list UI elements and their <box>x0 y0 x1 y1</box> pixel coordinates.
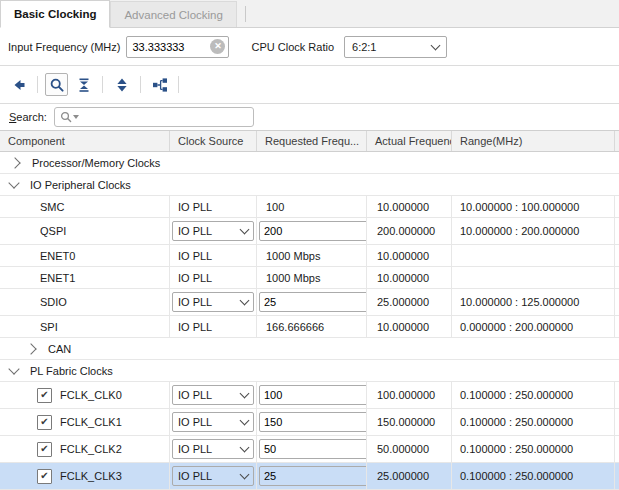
group-row-can[interactable]: CAN <box>0 338 619 360</box>
collapse-all-button[interactable] <box>72 73 95 96</box>
hierarchy-icon <box>152 77 168 93</box>
component-cell: ENET1 <box>0 267 170 288</box>
actual-frequency-cell: 200.000000 <box>367 218 452 244</box>
table-filler <box>615 409 619 435</box>
column-header-range[interactable]: Range(MHz) <box>452 131 615 151</box>
clock-source-select[interactable]: IO PLL <box>172 412 254 432</box>
enable-checkbox[interactable]: ✔ <box>37 442 52 457</box>
requested-frequency-cell: 1000 Mbps <box>257 245 367 266</box>
search-row: Search: <box>0 104 619 130</box>
component-name: FCLK_CLK1 <box>60 416 122 428</box>
clock-source-select[interactable]: IO PLL <box>172 466 254 486</box>
requested-frequency-field[interactable]: ✕ <box>259 385 367 405</box>
requested-frequency-field[interactable]: ✕ <box>259 439 367 459</box>
actual-frequency-cell: 25.000000 <box>367 289 452 315</box>
table-row-fclk-clk3[interactable]: ✔FCLK_CLK3IO PLL✕25.0000000.100000 : 250… <box>0 463 619 490</box>
table-row-qspi[interactable]: QSPIIO PLL✕200.00000010.000000 : 200.000… <box>0 218 619 245</box>
clock-source-select[interactable]: IO PLL <box>172 292 254 312</box>
clock-source-select[interactable]: IO PLL <box>172 385 254 405</box>
range-cell: 10.000000 : 100.000000 <box>452 196 615 217</box>
enable-checkbox[interactable]: ✔ <box>37 469 52 484</box>
enable-checkbox[interactable]: ✔ <box>37 388 52 403</box>
clock-source-value: IO PLL <box>178 389 241 401</box>
table-row-fclk-clk2[interactable]: ✔FCLK_CLK2IO PLL✕50.0000000.100000 : 250… <box>0 436 619 463</box>
clock-source-cell: IO PLL <box>170 218 257 244</box>
range-cell: 0.100000 : 250.000000 <box>452 409 615 435</box>
column-header-requested-frequency[interactable]: Requested Frequ... <box>257 131 367 151</box>
requested-frequency-field[interactable]: ✕ <box>259 221 367 241</box>
cpu-clock-ratio-select[interactable]: 6:2:1 <box>344 36 447 58</box>
search-field[interactable] <box>54 107 254 127</box>
actual-frequency-cell: 150.000000 <box>367 409 452 435</box>
component-name: SMC <box>40 201 64 213</box>
actual-frequency-cell: 10.000000 <box>367 267 452 288</box>
clock-source-value: IO PLL <box>178 272 212 284</box>
clock-source-select[interactable]: IO PLL <box>172 439 254 459</box>
column-header-clock-source[interactable]: Clock Source <box>170 131 257 151</box>
back-arrow-icon <box>11 77 27 93</box>
component-cell: QSPI <box>0 218 170 244</box>
search-toggle-button[interactable] <box>45 73 68 96</box>
back-arrow-button[interactable] <box>7 73 30 96</box>
range-value: 0.100000 : 250.000000 <box>460 389 573 401</box>
group-row-io-peripheral-clocks[interactable]: IO Peripheral Clocks <box>0 174 619 196</box>
collapse-chevron-icon[interactable] <box>8 177 19 188</box>
actual-frequency-value: 100.000000 <box>377 389 435 401</box>
tab-advanced-clocking[interactable]: Advanced Clocking <box>110 1 236 27</box>
requested-frequency-input[interactable] <box>264 225 367 237</box>
table-filler <box>615 131 619 151</box>
column-header-actual-frequency[interactable]: Actual Frequency(... <box>367 131 452 151</box>
requested-frequency-field[interactable]: ✕ <box>259 292 367 312</box>
requested-frequency-input[interactable] <box>264 443 367 455</box>
requested-frequency-cell: ✕ <box>257 436 367 462</box>
component-cell: ✔FCLK_CLK1 <box>0 409 170 435</box>
table-filler <box>615 436 619 462</box>
table-row-fclk-clk1[interactable]: ✔FCLK_CLK1IO PLL✕150.0000000.100000 : 25… <box>0 409 619 436</box>
hierarchy-view-button[interactable] <box>148 73 171 96</box>
table-row-spi[interactable]: SPIIO PLL166.66666610.0000000.000000 : 2… <box>0 316 619 338</box>
table-row-enet1[interactable]: ENET1IO PLL1000 Mbps10.000000 <box>0 267 619 289</box>
actual-frequency-value: 200.000000 <box>377 225 435 237</box>
range-cell: 0.100000 : 250.000000 <box>452 382 615 408</box>
range-cell: 0.000000 : 200.000000 <box>452 316 615 337</box>
requested-frequency-input[interactable] <box>264 416 367 428</box>
expand-chevron-icon[interactable] <box>25 343 36 354</box>
input-frequency-field[interactable]: ✕ <box>126 36 229 58</box>
group-row-processor-memory-clocks[interactable]: Processor/Memory Clocks <box>0 152 619 174</box>
enable-checkbox[interactable]: ✔ <box>37 415 52 430</box>
table-filler <box>615 316 619 337</box>
table-row-sdio[interactable]: SDIOIO PLL✕25.00000010.000000 : 125.0000… <box>0 289 619 316</box>
table-row-enet0[interactable]: ENET0IO PLL1000 Mbps10.000000 <box>0 245 619 267</box>
clock-source-cell: IO PLL <box>170 245 257 266</box>
group-row-pl-fabric-clocks[interactable]: PL Fabric Clocks <box>0 360 619 382</box>
range-cell: 10.000000 : 125.000000 <box>452 289 615 315</box>
requested-frequency-input[interactable] <box>264 389 367 401</box>
table-row-fclk-clk0[interactable]: ✔FCLK_CLK0IO PLL✕100.0000000.100000 : 25… <box>0 382 619 409</box>
clock-source-cell: IO PLL <box>170 382 257 408</box>
collapse-chevron-icon[interactable] <box>8 363 19 374</box>
input-frequency-input[interactable] <box>132 41 210 53</box>
search-icon <box>60 111 72 123</box>
requested-frequency-input[interactable] <box>264 470 367 482</box>
clock-source-value: IO PLL <box>178 321 212 333</box>
requested-frequency-field[interactable]: ✕ <box>259 412 367 432</box>
actual-frequency-value: 25.000000 <box>377 296 429 308</box>
actual-frequency-value: 25.000000 <box>377 470 429 482</box>
range-cell: 10.000000 : 200.000000 <box>452 218 615 244</box>
actual-frequency-value: 50.000000 <box>377 443 429 455</box>
search-input[interactable] <box>79 111 248 123</box>
expand-all-button[interactable] <box>110 73 133 96</box>
clock-source-select[interactable]: IO PLL <box>172 221 254 241</box>
clear-input-frequency-icon[interactable]: ✕ <box>210 39 225 54</box>
requested-frequency-input[interactable] <box>264 296 367 308</box>
actual-frequency-value: 10.000000 <box>377 321 429 333</box>
expand-chevron-icon[interactable] <box>9 157 20 168</box>
table-row-smc[interactable]: SMCIO PLL10010.00000010.000000 : 100.000… <box>0 196 619 218</box>
range-cell <box>452 267 615 288</box>
column-header-component[interactable]: Component <box>0 131 170 151</box>
tree-toolbar <box>0 66 619 104</box>
tab-basic-clocking[interactable]: Basic Clocking <box>0 0 110 28</box>
group-label: IO Peripheral Clocks <box>30 179 131 191</box>
group-cell: PL Fabric Clocks <box>0 360 619 381</box>
requested-frequency-field[interactable]: ✕ <box>259 466 367 486</box>
